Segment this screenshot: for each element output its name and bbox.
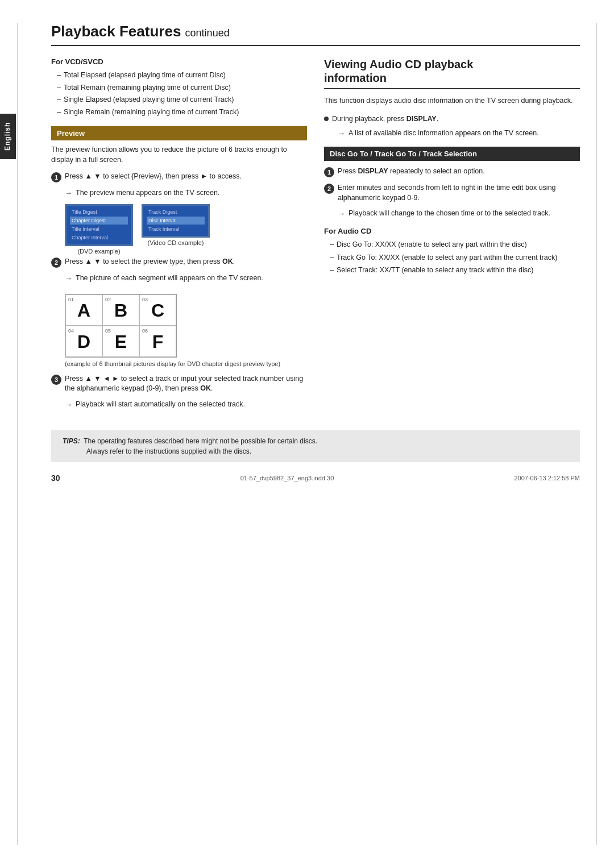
step-3-arrow: → Playback will start automatically on t… [65,400,307,410]
bullet-1-arrow: → A list of available disc information a… [338,128,580,139]
side-line-right [596,23,597,845]
step-1-arrow: → The preview menu appears on the TV scr… [65,188,307,198]
step-3: 3 Press ▲ ▼ ◄ ► to select a track or inp… [51,374,307,394]
arrow-symbol-r2: → [338,209,345,219]
step-1-arrow-text: The preview menu appears on the TV scree… [76,188,219,198]
screen-row-1: Title Digest [70,208,128,216]
disc-track-header: Disc Go To / Track Go To / Track Selecti… [324,147,580,161]
audio-cd-list: Disc Go To: XX/XX (enable to select any … [330,240,580,276]
right-step-1-number: 1 [324,167,334,177]
viewing-intro: This function displays audio disc inform… [324,96,580,106]
right-step-2: 2 Enter minutes and seconds from left to… [324,183,580,203]
list-item: Total Remain (remaining playing time of … [57,83,307,93]
two-col-layout: For VCD/SVCD Total Elapsed (elapsed play… [51,57,580,413]
abc-cell-e: 05 E [102,326,139,357]
vcd-screen-example: Track Digest Disc Interval Track Interva… [142,204,210,255]
arrow-symbol: → [65,188,72,198]
right-step-1: 1 Press DISPLAY repeatedly to select an … [324,167,580,177]
right-step-2-arrow: → Playback will change to the chosen tim… [338,209,580,219]
abc-cell-a: 01 A [65,294,102,326]
abc-grid: 01 A 02 B 03 C 04 D [65,294,177,358]
side-line-left [17,23,18,845]
page-footer: 30 01-57_dvp5982_37_eng3.indd 30 2007-06… [51,474,580,483]
vcd-screen-inner: Track Digest Disc Interval Track Interva… [143,206,208,236]
tips-label: TIPS: [63,437,80,445]
step-3-arrow-text: Playback will start automatically on the… [76,400,245,410]
vcd-list: Total Elapsed (elapsed playing time of c… [57,70,307,117]
bullet-item-1: During playback, press DISPLAY. [324,114,580,124]
preview-intro: The preview function allows you to reduc… [51,145,307,165]
step-3-content: Press ▲ ▼ ◄ ► to select a track or input… [65,374,307,394]
title-underline [324,88,580,89]
vcd-svcd-header: For VCD/SVCD [51,57,307,66]
step-3-number: 3 [51,375,61,385]
for-audio-cd-section: For Audio CD Disc Go To: XX/XX (enable t… [324,227,580,276]
audio-cd-item-3: Select Track: XX/TT (enable to select an… [330,265,580,276]
right-column: Viewing Audio CD playback information Th… [324,57,580,413]
bullet-content-1: During playback, press DISPLAY. [332,114,438,124]
arrow-symbol-r1: → [338,128,345,139]
step-2-arrow: → The picture of each segment will appea… [65,273,307,284]
screen-row-2: Chapter Digest [70,217,128,225]
screen-row-4: Chapter Interval [70,234,128,242]
dvd-screen-box: Title Digest Chapter Digest Title Interv… [65,204,133,246]
right-step-2-arrow-text: Playback will change to the chosen time … [349,209,550,219]
step-2-content: Press ▲ ▼ to select the preview type, th… [65,257,307,267]
bullet-1-arrow-text: A list of available disc information app… [349,128,539,139]
preview-header: Preview [51,126,307,140]
vcd-screen-row-3: Track Interval [147,225,205,233]
tips-line1: The operating features described here mi… [84,437,317,445]
right-step-1-content: Press DISPLAY repeatedly to select an op… [338,167,580,177]
list-item: Single Elapsed (elapsed playing time of … [57,95,307,105]
step-2-number: 2 [51,258,61,268]
vcd-screen-row-1: Track Digest [147,208,205,216]
step-2-arrow-text: The picture of each segment will appears… [76,273,263,284]
english-tab: English [0,114,16,159]
vcd-screen-box: Track Digest Disc Interval Track Interva… [142,204,210,238]
dvd-screen-example: Title Digest Chapter Digest Title Interv… [65,204,133,255]
screen-row-3: Title Interval [70,225,128,233]
step-1-content: Press ▲ ▼ to select {Preview}, then pres… [65,172,307,182]
abc-cell-f: 06 F [139,326,176,357]
page-number: 30 [51,474,60,483]
left-column: For VCD/SVCD Total Elapsed (elapsed play… [51,57,307,413]
page-container: English Playback Features continued For … [0,0,614,868]
dvd-screen-inner: Title Digest Chapter Digest Title Interv… [67,206,131,244]
arrow-symbol-2: → [65,273,72,284]
page-title: Playback Features continued [51,23,580,46]
footer-file: 01-57_dvp5982_37_eng3.indd 30 [240,475,334,481]
abc-cell-d: 04 D [65,326,102,357]
for-audio-cd-header: For Audio CD [324,227,580,235]
tips-bar: TIPS: The operating features described h… [51,430,580,462]
audio-cd-item-1: Disc Go To: XX/XX (enable to select any … [330,240,580,250]
abc-caption: (example of 6 thumbnail pictures display… [65,360,307,368]
abc-cell-b: 02 B [102,294,139,326]
right-step-2-number: 2 [324,184,334,194]
step-2: 2 Press ▲ ▼ to select the preview type, … [51,257,307,268]
vcd-caption: (Video CD example) [142,239,210,246]
abc-row-2: 04 D 05 E 06 F [65,326,176,357]
step-1: 1 Press ▲ ▼ to select {Preview}, then pr… [51,172,307,182]
step-1-number: 1 [51,172,61,182]
viewing-audio-title: Viewing Audio CD playback information [324,57,580,85]
right-step-2-content: Enter minutes and seconds from left to r… [338,183,580,203]
abc-row-1: 01 A 02 B 03 C [65,294,176,326]
arrow-symbol-3: → [65,400,72,410]
audio-cd-item-2: Track Go To: XX/XX (enable to select any… [330,253,580,263]
footer-date: 2007-06-13 2:12:58 PM [514,475,580,481]
abc-cell-c: 03 C [139,294,176,326]
bullet-dot-1 [324,117,329,121]
dvd-caption: (DVD example) [65,248,133,255]
screen-examples: Title Digest Chapter Digest Title Interv… [65,204,307,255]
vcd-screen-row-2: Disc Interval [147,217,205,225]
list-item: Total Elapsed (elapsed playing time of c… [57,70,307,81]
list-item: Single Remain (remaining playing time of… [57,107,307,118]
tips-line2: Always refer to the instructions supplie… [86,447,251,455]
